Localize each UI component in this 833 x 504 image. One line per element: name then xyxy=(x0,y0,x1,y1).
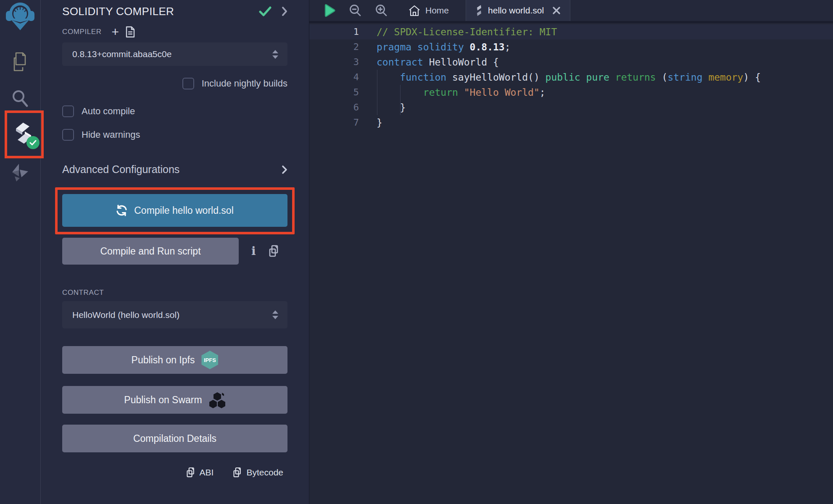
copy-bytecode-icon[interactable] xyxy=(233,467,242,478)
copy-icon[interactable] xyxy=(269,245,279,257)
ipfs-icon: IPFS xyxy=(201,351,218,369)
panel-title: SOLIDITY COMPILER xyxy=(62,5,259,18)
advanced-configurations-label: Advanced Configurations xyxy=(62,163,179,176)
compilation-details-label: Compilation Details xyxy=(133,433,216,444)
code-line[interactable]: 1// SPDX-License-Identifier: MIT xyxy=(309,24,833,39)
contract-select-value: HelloWorld (hello world.sol) xyxy=(72,310,272,320)
editor-pane: Home hello world.sol 1// SPDX-License-Id… xyxy=(309,0,833,504)
compile-button-label: Compile hello world.sol xyxy=(134,205,234,216)
code-line[interactable]: 5 return "Hello World"; xyxy=(309,85,833,100)
hide-warnings-checkbox[interactable] xyxy=(62,129,74,141)
line-number: 1 xyxy=(309,24,359,39)
select-arrows-icon xyxy=(272,50,278,59)
compiler-section-header: COMPILER + xyxy=(62,27,287,37)
search-icon[interactable] xyxy=(11,89,29,108)
solidity-compiler-panel: SOLIDITY COMPILER COMPILER + xyxy=(41,0,309,504)
panel-chevron-right-icon[interactable] xyxy=(282,6,287,16)
contract-label: CONTRACT xyxy=(62,289,104,297)
publish-ipfs-button[interactable]: Publish on Ipfs IPFS xyxy=(62,346,287,374)
publish-swarm-label: Publish on Swarm xyxy=(124,394,202,406)
bytecode-copy-label[interactable]: Bytecode xyxy=(246,467,283,478)
zoom-in-icon[interactable] xyxy=(375,4,388,17)
line-number: 6 xyxy=(309,100,359,115)
zoom-out-icon[interactable] xyxy=(349,4,361,17)
solidity-compiler-icon[interactable] xyxy=(13,121,34,146)
compile-and-run-label: Compile and Run script xyxy=(100,246,200,257)
code-line[interactable]: 7} xyxy=(309,115,833,130)
solidity-file-icon xyxy=(475,5,483,16)
file-explorer-icon[interactable] xyxy=(11,52,29,71)
close-icon[interactable] xyxy=(552,6,561,15)
line-number: 2 xyxy=(309,39,359,55)
compiler-label: COMPILER xyxy=(62,28,102,36)
remix-logo[interactable] xyxy=(5,2,35,31)
code-line[interactable]: 4 function sayHelloWorld() public pure r… xyxy=(309,70,833,85)
line-number: 4 xyxy=(309,70,359,85)
tab-hello-world-sol[interactable]: hello world.sol xyxy=(466,0,570,21)
compile-button-highlight-box: Compile hello world.sol xyxy=(55,187,295,234)
auto-compile-checkbox[interactable] xyxy=(62,105,74,117)
compiler-version-select[interactable]: 0.8.13+commit.abaa5c0e xyxy=(62,42,287,66)
abi-copy-label[interactable]: ABI xyxy=(200,467,214,478)
code-lines: 1// SPDX-License-Identifier: MIT2pragma … xyxy=(309,24,833,130)
info-icon[interactable]: i xyxy=(251,245,256,257)
auto-compile-label[interactable]: Auto compile xyxy=(82,106,135,117)
hide-warnings-label[interactable]: Hide warnings xyxy=(82,129,140,140)
select-arrows-icon xyxy=(272,310,278,319)
publish-swarm-button[interactable]: Publish on Swarm xyxy=(62,386,287,414)
publish-ipfs-label: Publish on Ipfs xyxy=(132,354,195,366)
run-script-icon[interactable] xyxy=(324,4,335,17)
swarm-icon xyxy=(209,391,226,408)
code-line[interactable]: 6 } xyxy=(309,100,833,115)
compile-success-check-icon xyxy=(259,6,272,17)
nightly-builds-label[interactable]: Include nightly builds xyxy=(202,78,287,89)
contract-select[interactable]: HelloWorld (hello world.sol) xyxy=(62,301,287,328)
compiler-version-value: 0.8.13+commit.abaa5c0e xyxy=(72,49,272,59)
panel-header: SOLIDITY COMPILER xyxy=(62,5,287,18)
tab-home[interactable]: Home xyxy=(399,0,466,21)
compile-and-run-button[interactable]: Compile and Run script xyxy=(62,238,239,265)
home-icon xyxy=(409,5,420,16)
compiler-file-icon[interactable] xyxy=(126,26,135,38)
chevron-right-icon xyxy=(282,165,287,174)
line-number: 5 xyxy=(309,85,359,100)
tab-home-label: Home xyxy=(425,5,449,16)
tab-file-label: hello world.sol xyxy=(488,5,544,16)
code-editor[interactable]: 1// SPDX-License-Identifier: MIT2pragma … xyxy=(309,23,833,504)
editor-topbar: Home hello world.sol xyxy=(309,0,833,21)
code-line[interactable]: 3contract HelloWorld { xyxy=(309,55,833,70)
compile-success-badge-icon xyxy=(26,136,40,149)
deploy-run-icon[interactable] xyxy=(11,162,29,182)
add-compiler-icon[interactable]: + xyxy=(112,27,119,37)
remix-ide-window: SOLIDITY COMPILER COMPILER + xyxy=(0,0,833,504)
nightly-builds-checkbox[interactable] xyxy=(182,78,194,89)
icon-rail xyxy=(0,0,41,504)
refresh-icon xyxy=(116,205,127,216)
code-line[interactable]: 2pragma solidity 0.8.13; xyxy=(309,39,833,55)
advanced-configurations-toggle[interactable]: Advanced Configurations xyxy=(62,163,287,176)
copy-abi-icon[interactable] xyxy=(186,467,195,478)
compile-button[interactable]: Compile hello world.sol xyxy=(62,194,287,227)
compilation-details-button[interactable]: Compilation Details xyxy=(62,425,287,452)
line-number: 7 xyxy=(309,115,359,130)
line-number: 3 xyxy=(309,55,359,70)
